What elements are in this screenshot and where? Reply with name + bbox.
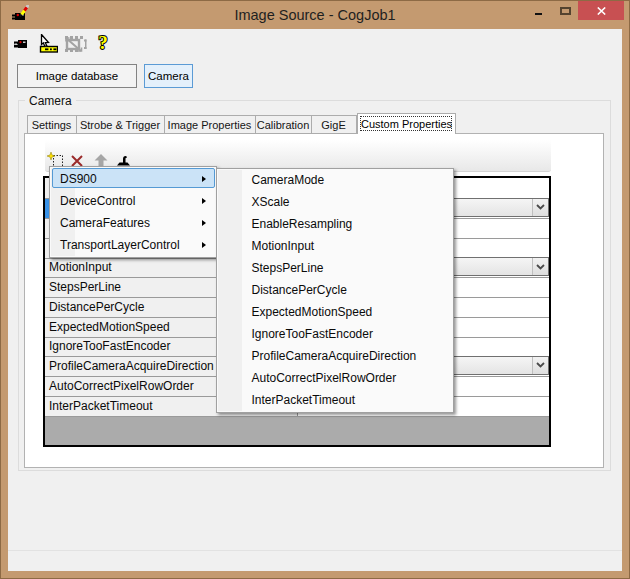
svg-text:?: ? bbox=[98, 34, 108, 53]
